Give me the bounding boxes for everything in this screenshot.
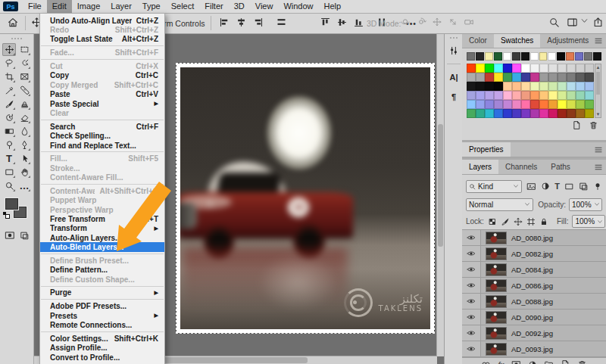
layer-row[interactable]: AD_0086.jpg	[462, 278, 606, 294]
menu-item-assign-profile[interactable]: Assign Profile...	[40, 343, 164, 352]
layer-row[interactable]: AD_0092.jpg	[462, 325, 606, 341]
filter-adjustment-layers-icon[interactable]	[541, 182, 550, 191]
rectangular-marquee-tool[interactable]	[17, 43, 31, 56]
menubar-item-image[interactable]: Image	[72, 0, 106, 13]
swatch[interactable]	[585, 109, 594, 118]
swatch[interactable]	[548, 109, 558, 118]
swatch[interactable]	[558, 91, 567, 100]
menu-item-paste[interactable]: PasteCtrl+V	[40, 89, 164, 98]
swatch[interactable]	[548, 73, 558, 82]
swatch[interactable]	[558, 100, 567, 109]
delete-swatch-icon[interactable]	[589, 120, 598, 130]
swatch[interactable]	[539, 91, 548, 100]
swatch[interactable]	[548, 82, 558, 91]
panel-menu-icon[interactable]	[594, 145, 603, 154]
3d-roll-icon[interactable]	[416, 17, 426, 27]
swatch[interactable]	[476, 91, 485, 100]
menu-item-copy-merged[interactable]: Copy MergedShift+Ctrl+C	[40, 80, 164, 89]
lock-transparent-pixels-icon[interactable]	[488, 217, 497, 226]
menu-item-free-transform[interactable]: Free TransformCtrl+T	[40, 214, 164, 223]
swatch[interactable]	[467, 91, 476, 100]
tab-swatches[interactable]: Swatches	[494, 33, 540, 48]
swatch[interactable]	[585, 64, 594, 73]
new-swatch-icon[interactable]	[572, 120, 582, 130]
menu-item-clear[interactable]: Clear	[40, 108, 164, 117]
menubar-item-type[interactable]: Type	[137, 0, 166, 13]
filter-toggle-pin-icon[interactable]	[593, 182, 602, 191]
swatch[interactable]	[494, 100, 503, 109]
type-tool[interactable]: T	[2, 152, 16, 165]
3d-slide-icon[interactable]	[448, 17, 458, 27]
swatch[interactable]	[585, 82, 594, 91]
spot-healing-brush-tool[interactable]	[17, 84, 31, 97]
menu-item-presets[interactable]: Presets▶	[40, 311, 164, 320]
swatch[interactable]	[467, 73, 476, 82]
layer-style-fx-icon[interactable]: fx	[498, 361, 504, 364]
swatch[interactable]	[530, 100, 539, 109]
recent-swatch[interactable]	[512, 52, 520, 61]
swatch[interactable]	[576, 109, 585, 118]
layer-row[interactable]: AD_0084.jpg	[462, 262, 606, 278]
paragraph-panel-icon[interactable]: ¶	[445, 87, 463, 107]
swatch[interactable]	[567, 100, 576, 109]
menu-item-color-settings[interactable]: Color Settings...Shift+Ctrl+K	[40, 334, 164, 343]
swatch[interactable]	[530, 109, 539, 118]
tab-channels[interactable]: Channels	[498, 160, 544, 174]
swatch[interactable]	[467, 100, 476, 109]
swatch[interactable]	[576, 82, 585, 91]
layer-visibility-toggle[interactable]	[462, 341, 481, 356]
swatch[interactable]	[539, 109, 548, 118]
swatch[interactable]	[512, 100, 521, 109]
tab-color[interactable]: Color	[462, 33, 494, 48]
tab-paths[interactable]: Paths	[544, 160, 577, 174]
menu-item-auto-blend-layers[interactable]: Auto-Blend Layers...	[40, 242, 164, 251]
recent-swatch[interactable]	[530, 52, 539, 61]
eraser-tool[interactable]	[17, 111, 31, 124]
hand-tool[interactable]	[17, 166, 31, 179]
swatch[interactable]	[503, 109, 512, 118]
menu-item-paste-special[interactable]: Paste Special▶	[40, 99, 164, 108]
swatch[interactable]	[512, 91, 521, 100]
swatch[interactable]	[548, 100, 558, 109]
menu-item-check-spelling[interactable]: Check Spelling...	[40, 131, 164, 140]
swatch[interactable]	[503, 100, 512, 109]
swatch[interactable]	[521, 100, 530, 109]
menu-item-undo-auto-align-layers[interactable]: Undo Auto-Align LayersCtrl+Z	[40, 16, 164, 25]
swatch[interactable]	[467, 109, 476, 118]
opacity-dropdown[interactable]: 100%	[569, 198, 602, 211]
search-icon[interactable]	[548, 17, 560, 28]
history-brush-tool[interactable]	[2, 111, 16, 124]
swatch[interactable]	[476, 100, 485, 109]
menu-item-define-brush-preset[interactable]: Define Brush Preset...	[40, 256, 164, 265]
align-top-edges-icon[interactable]	[320, 17, 331, 28]
menubar-item-edit[interactable]: Edit	[47, 0, 72, 13]
layer-visibility-toggle[interactable]	[462, 262, 481, 277]
swatch[interactable]	[494, 73, 503, 82]
swatch[interactable]	[521, 91, 530, 100]
menubar-item-window[interactable]: Window	[278, 0, 318, 13]
swatch[interactable]	[494, 91, 503, 100]
menubar-item-select[interactable]: Select	[166, 0, 200, 13]
menu-item-perspective-warp[interactable]: Perspective Warp	[40, 205, 164, 214]
menu-item-find-and-replace-text[interactable]: Find and Replace Text...	[40, 141, 164, 150]
align-left-edges-icon[interactable]	[219, 17, 230, 28]
document-image[interactable]: 1 15 تكلنز TAKLENS	[176, 64, 434, 333]
swatch[interactable]	[567, 73, 576, 82]
swatch[interactable]	[567, 109, 576, 118]
eyedropper-tool[interactable]	[2, 84, 16, 97]
layer-visibility-toggle[interactable]	[462, 325, 481, 341]
tab-adjustments[interactable]: Adjustments	[540, 33, 595, 48]
screen-mode-icon[interactable]	[20, 230, 30, 241]
dodge-tool[interactable]	[2, 138, 16, 151]
swatch[interactable]	[585, 91, 594, 100]
panel-menu-icon[interactable]	[594, 36, 603, 45]
recent-swatch[interactable]	[467, 52, 475, 61]
recent-swatch[interactable]	[584, 52, 592, 61]
blur-tool[interactable]	[17, 125, 31, 138]
recent-swatch[interactable]	[575, 52, 583, 61]
swatch[interactable]	[476, 64, 485, 73]
swatch[interactable]	[530, 82, 539, 91]
menu-item-stroke[interactable]: Stroke...	[40, 163, 164, 173]
filter-shape-layers-icon[interactable]	[564, 182, 574, 191]
layer-visibility-toggle[interactable]	[462, 310, 481, 325]
